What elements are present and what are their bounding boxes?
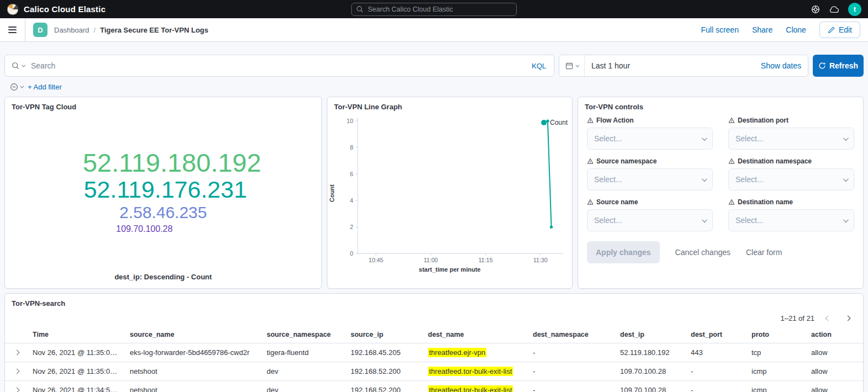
- line-graph-panel-title: Tor-VPN Line Graph: [327, 97, 572, 113]
- panels-row: Tor-VPN Tag Cloud 52.119.180.192 52.119.…: [4, 97, 864, 289]
- share-link[interactable]: Share: [752, 25, 772, 34]
- cell-action: allow: [807, 381, 863, 392]
- cell-dest-port: -: [686, 362, 747, 380]
- filter-manage-icon[interactable]: [10, 83, 23, 91]
- expand-row-icon[interactable]: [5, 346, 28, 359]
- chevron-down-icon: [843, 135, 849, 141]
- date-picker: Last 1 hour Show dates: [559, 55, 808, 77]
- cell-dest-ip: 109.70.100.28: [616, 381, 686, 392]
- controls-form: Flow Action Select... Destination port S…: [578, 113, 863, 231]
- column-header-action: action: [807, 329, 863, 343]
- nav-actions: Full screen Share Clone Edit: [701, 22, 868, 38]
- navbar: D Dashboard / Tigera Secure EE Tor-VPN L…: [0, 18, 868, 42]
- cell-source-name: netshoot: [125, 381, 262, 392]
- cell-time: Nov 26, 2021 @ 11:34:54.000: [28, 381, 125, 392]
- cell-time: Nov 26, 2021 @ 11:35:04.000: [28, 362, 125, 380]
- cell-dest-port: -: [686, 381, 747, 392]
- cancel-changes-button[interactable]: Cancel changes: [675, 248, 731, 257]
- line-chart-svg: 024681010:4511:0011:1511:30: [332, 114, 568, 267]
- svg-text:4: 4: [350, 197, 353, 204]
- breadcrumb-dashboard[interactable]: Dashboard: [54, 26, 89, 34]
- user-avatar[interactable]: t: [848, 3, 861, 16]
- cell-time: Nov 26, 2021 @ 11:35:04.000: [28, 343, 125, 362]
- query-section: KQL Last 1 hour Show dates: [0, 42, 868, 91]
- query-search-box[interactable]: KQL: [4, 55, 554, 77]
- tag-cloud-item[interactable]: 52.119.180.192: [83, 149, 261, 177]
- warning-icon: [587, 158, 594, 165]
- destination-name-field: Destination name Select...: [728, 198, 854, 231]
- column-header-proto: proto: [747, 329, 807, 343]
- time-range-value[interactable]: Last 1 hour: [585, 61, 761, 70]
- chevron-down-icon: [843, 176, 849, 182]
- calico-logo-icon[interactable]: [7, 3, 19, 15]
- expand-row-icon[interactable]: [5, 383, 28, 392]
- destination-port-field: Destination port Select...: [728, 116, 854, 150]
- refresh-button[interactable]: Refresh: [813, 55, 864, 77]
- destination-name-select[interactable]: Select...: [728, 209, 854, 231]
- source-namespace-select[interactable]: Select...: [587, 168, 713, 190]
- chevron-down-icon: [22, 63, 25, 67]
- apply-changes-button[interactable]: Apply changes: [587, 241, 660, 263]
- global-topbar: Calico Cloud Elastic: [0, 0, 868, 18]
- column-header-dest-namespace: dest_namespace: [528, 329, 616, 343]
- source-name-select[interactable]: Select...: [587, 209, 713, 231]
- line-graph-panel: Tor-VPN Line Graph Count 024681010:4511:…: [327, 97, 573, 289]
- destination-port-select[interactable]: Select...: [728, 128, 854, 150]
- cell-proto: tcp: [747, 343, 807, 362]
- cell-source-ip: 192.168.52.200: [346, 381, 424, 392]
- pencil-icon: [828, 27, 835, 34]
- tag-cloud-item[interactable]: 2.58.46.235: [119, 204, 207, 221]
- menu-icon[interactable]: [0, 18, 25, 41]
- global-search-input[interactable]: [367, 5, 512, 14]
- edit-button[interactable]: Edit: [819, 22, 860, 38]
- destination-name-label-row: Destination name: [728, 198, 854, 206]
- add-filter-link[interactable]: + Add filter: [28, 83, 62, 91]
- cell-dest-namespace: -: [528, 343, 616, 362]
- svg-text:11:15: 11:15: [478, 257, 493, 263]
- tag-cloud-item[interactable]: 52.119.176.231: [84, 177, 247, 202]
- cell-action: allow: [807, 362, 863, 380]
- calendar-icon[interactable]: [559, 55, 585, 76]
- flow-action-select[interactable]: Select...: [587, 128, 713, 150]
- cloud-icon[interactable]: [829, 6, 839, 13]
- full-screen-link[interactable]: Full screen: [701, 25, 738, 34]
- chevron-down-icon: [575, 63, 579, 67]
- controls-actions: Apply changes Cancel changes Clear form: [578, 231, 863, 273]
- previous-page-button[interactable]: [821, 312, 834, 324]
- cell-dest-ip: 109.70.100.28: [616, 362, 686, 380]
- tag-cloud-item[interactable]: 109.70.100.28: [116, 224, 172, 234]
- cell-proto: icmp: [747, 381, 807, 392]
- source-namespace-label: Source namespace: [596, 157, 657, 165]
- global-search[interactable]: [351, 3, 517, 16]
- topbar-right: t: [811, 3, 861, 16]
- destination-namespace-label-row: Destination namespace: [728, 157, 854, 165]
- search-results-panel: Tor-VPN-search 1–21 of 21 Time source_na…: [4, 293, 864, 392]
- next-page-button[interactable]: [841, 312, 854, 324]
- expander-column-header: [5, 332, 28, 339]
- column-header-source-name: source_name: [125, 329, 262, 343]
- kql-toggle[interactable]: KQL: [531, 62, 547, 70]
- flow-action-field: Flow Action Select...: [587, 116, 713, 150]
- y-axis-label: Count: [329, 185, 335, 203]
- legend-item-count[interactable]: Count: [541, 119, 568, 126]
- breadcrumb-current: Tigera Secure EE Tor-VPN Logs: [100, 26, 208, 34]
- help-icon[interactable]: [811, 5, 820, 14]
- saved-query-icon[interactable]: [12, 62, 24, 70]
- tag-cloud-caption: dest_ip: Descending - Count: [5, 269, 321, 288]
- show-dates-link[interactable]: Show dates: [761, 61, 808, 70]
- controls-panel: Tor-VPN controls Flow Action Select...: [578, 97, 864, 289]
- clone-link[interactable]: Clone: [786, 25, 806, 34]
- column-header-source-namespace: source_namespace: [262, 329, 346, 343]
- x-axis-label: start_time per minute: [332, 266, 568, 277]
- source-name-label: Source name: [596, 198, 638, 206]
- svg-text:2: 2: [350, 224, 353, 230]
- expand-row-icon[interactable]: [5, 364, 28, 378]
- table-row: Nov 26, 2021 @ 11:34:54.000 netshoot dev…: [5, 380, 863, 392]
- kibana-dashboard-page: Calico Cloud Elastic: [0, 0, 868, 392]
- clear-form-button[interactable]: Clear form: [746, 248, 782, 257]
- destination-namespace-select[interactable]: Select...: [728, 168, 854, 190]
- query-search-input[interactable]: [30, 61, 531, 71]
- cell-dest-namespace: -: [528, 362, 616, 380]
- highlighted-value: threatfeed.tor-bulk-exit-list: [428, 367, 513, 376]
- space-badge[interactable]: D: [33, 23, 47, 37]
